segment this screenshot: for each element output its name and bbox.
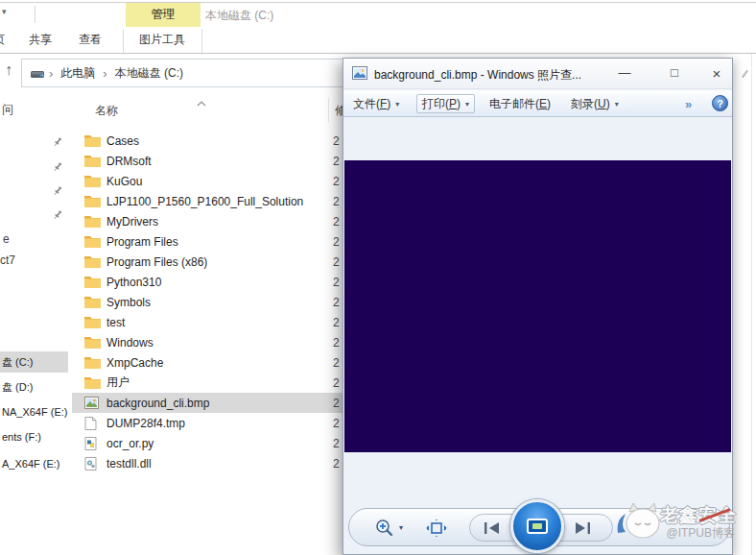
file-row[interactable]: Cases2 xyxy=(72,131,343,151)
sidebar-item-drive[interactable]: A_X64F (E:) xyxy=(0,453,68,474)
file-row[interactable]: MyDrivers2 xyxy=(72,211,343,231)
file-row[interactable]: Windows2 xyxy=(72,332,343,352)
photo-viewer-window: background_cli.bmp - Windows 照片查... — □ … xyxy=(343,58,733,555)
file-row[interactable]: ocr_or.py2 xyxy=(72,433,343,453)
slideshow-icon xyxy=(527,519,548,534)
quick-access-toolbar-caret-icon[interactable]: ▾ xyxy=(2,7,7,16)
sidebar-drive-label: ents (F:) xyxy=(0,431,41,443)
folder-icon xyxy=(84,235,101,249)
pin-icon xyxy=(52,207,63,225)
breadcrumb-this-pc[interactable]: 此电脑 xyxy=(57,65,99,82)
explorer-top-border xyxy=(0,2,756,3)
menu-item[interactable]: 电子邮件(E) xyxy=(484,94,555,113)
file-name: testdll.dll xyxy=(106,457,152,471)
file-row[interactable]: DUMP28f4.tmp2 xyxy=(72,413,343,433)
zoom-icon[interactable] xyxy=(374,518,395,543)
actual-size-icon[interactable] xyxy=(426,519,447,542)
tab-share[interactable]: 共享 xyxy=(29,32,52,48)
breadcrumb-local-disk-c[interactable]: 本地磁盘 (C:) xyxy=(111,65,187,82)
help-button[interactable]: ? xyxy=(712,95,728,111)
minimize-button[interactable]: — xyxy=(610,65,639,80)
sidebar-item-drive[interactable]: 盘 (D:) xyxy=(0,376,68,398)
file-name: DUMP28f4.tmp xyxy=(106,417,185,430)
file-row[interactable]: test2 xyxy=(72,312,343,332)
file-name: MyDrivers xyxy=(106,215,158,229)
file-date-fragment: 2 xyxy=(333,215,340,229)
folder-icon xyxy=(84,155,101,168)
sidebar-drive-label: A_X64F (E:) xyxy=(0,458,60,470)
sidebar-item-drive[interactable]: ents (F:) xyxy=(0,426,68,447)
menu-item[interactable]: 打印(P)▾ xyxy=(416,94,475,113)
file-date-fragment: 2 xyxy=(333,376,340,390)
tab-home-fragment[interactable]: 页 xyxy=(0,32,5,48)
folder-icon xyxy=(84,376,101,390)
menu-item[interactable]: 文件(F)▾ xyxy=(348,94,404,113)
drive-icon xyxy=(30,67,45,80)
file-row[interactable]: LJP1100_P1560_P1600_Full_Solution2 xyxy=(72,191,343,211)
file-row[interactable]: Program Files (x86)2 xyxy=(72,252,343,272)
column-header-name[interactable]: 名称 xyxy=(95,103,118,119)
previous-button[interactable] xyxy=(484,521,501,539)
viewer-menubar: 文件(F)▾打印(P)▾电子邮件(E)刻录(U)▾ » ? xyxy=(343,90,732,117)
file-row[interactable]: Symbols2 xyxy=(72,292,343,312)
watermark: 老鑫安全 @ITPUB博客 xyxy=(614,498,735,548)
file-row[interactable]: KuGou2 xyxy=(72,171,343,191)
file-date-fragment: 2 xyxy=(333,155,340,168)
sidebar-drive-label: 盘 (D:) xyxy=(0,380,33,395)
column-separator[interactable] xyxy=(328,98,329,122)
file-row[interactable]: XmpCache2 xyxy=(72,352,343,373)
next-button[interactable] xyxy=(574,521,591,539)
file-name: XmpCache xyxy=(106,356,163,370)
qat-separator xyxy=(35,6,35,23)
folder-icon xyxy=(84,316,101,329)
tab-view[interactable]: 查看 xyxy=(79,32,102,48)
file-name: 用户 xyxy=(106,374,130,391)
file-date-fragment: 2 xyxy=(333,276,340,289)
file-name: KuGou xyxy=(106,175,142,188)
ribbon-bottom-border xyxy=(0,53,756,54)
slideshow-button[interactable] xyxy=(510,499,564,553)
close-button[interactable]: × xyxy=(702,65,731,82)
bmp-icon xyxy=(84,397,101,410)
file-date-fragment: 2 xyxy=(333,195,340,208)
maximize-button[interactable]: □ xyxy=(660,65,689,80)
zoom-dropdown-caret-icon[interactable]: ▾ xyxy=(399,523,403,532)
sidebar-drive-label: NA_X64F (E:) xyxy=(0,406,67,418)
file-row[interactable]: Python3102 xyxy=(72,272,343,292)
folder-icon xyxy=(84,296,101,309)
file-date-fragment: 2 xyxy=(333,457,340,471)
file-name: Program Files (x86) xyxy=(106,255,207,269)
file-date-fragment: 2 xyxy=(333,296,340,309)
pin-icon xyxy=(52,183,63,201)
sidebar-item-fragment[interactable]: ct7 xyxy=(0,253,15,267)
sidebar-item-drive[interactable]: NA_X64F (E:) xyxy=(0,401,68,422)
file-row[interactable]: Program Files2 xyxy=(72,231,343,252)
tmp-icon xyxy=(84,417,101,430)
breadcrumb-separator-icon: › xyxy=(99,66,110,81)
file-row[interactable]: background_cli.bmp2 xyxy=(72,393,343,413)
file-name: ocr_or.py xyxy=(106,437,154,450)
folder-icon xyxy=(84,215,101,229)
up-arrow-icon[interactable]: ↑ xyxy=(5,61,12,79)
menu-item[interactable]: 刻录(U)▾ xyxy=(566,94,624,113)
file-row[interactable]: 用户2 xyxy=(72,373,343,393)
file-date-fragment: 2 xyxy=(333,397,340,410)
file-name: LJP1100_P1560_P1600_Full_Solution xyxy=(106,195,303,208)
sidebar-item-fragment[interactable]: e xyxy=(3,232,10,246)
viewer-titlebar[interactable]: background_cli.bmp - Windows 照片查... — □ … xyxy=(343,59,732,89)
dropdown-caret-icon: ▾ xyxy=(395,100,399,109)
folder-icon xyxy=(84,134,101,148)
file-date-fragment: 2 xyxy=(333,417,340,430)
sidebar-item-drive[interactable]: 盘 (C:) xyxy=(0,351,68,373)
menu-overflow-chevron-icon[interactable]: » xyxy=(685,97,692,111)
folder-icon xyxy=(84,255,101,269)
ribbon-contextual-tab-manage[interactable]: 管理 xyxy=(126,3,201,27)
file-name: Windows xyxy=(106,336,154,350)
file-row[interactable]: testdll.dll2 xyxy=(72,453,343,473)
tab-separator xyxy=(201,29,202,53)
tab-picture-tools[interactable]: 图片工具 xyxy=(123,32,201,48)
file-name: Program Files xyxy=(106,235,178,249)
viewer-title: background_cli.bmp - Windows 照片查... xyxy=(374,67,581,84)
file-row[interactable]: DRMsoft2 xyxy=(72,151,343,171)
file-date-fragment: 2 xyxy=(333,356,340,370)
